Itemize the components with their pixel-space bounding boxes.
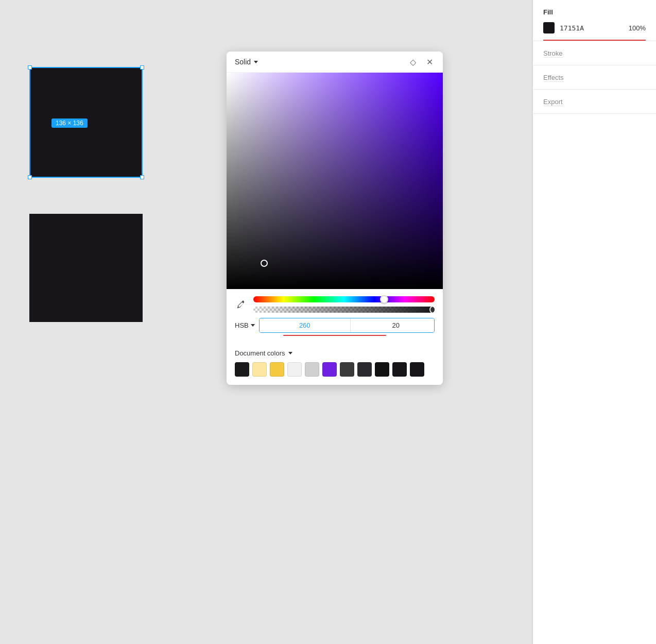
hsb-underline-indicator (283, 335, 386, 336)
swatch-light-yellow[interactable] (252, 362, 267, 377)
document-colors-section: Document colors (227, 343, 443, 385)
fill-opacity-value: 100% (629, 24, 646, 32)
alpha-thumb (429, 307, 435, 313)
color-space-label: HSB (235, 321, 249, 329)
swatch-dark-gray[interactable] (340, 362, 354, 377)
alpha-overlay (253, 307, 435, 313)
right-panel: Fill 17151A 100% Stroke Effects Export (532, 0, 656, 644)
swatch-purple[interactable] (322, 362, 337, 377)
color-cursor (261, 260, 268, 267)
document-colors-header[interactable]: Document colors (235, 349, 435, 357)
chevron-down-icon (254, 61, 258, 63)
hsb-inputs-group: 260 20 10 100% (259, 318, 435, 333)
color-mode-label: Solid (235, 58, 251, 66)
color-space-dropdown[interactable]: HSB (235, 321, 255, 329)
swatch-second-row-1[interactable] (410, 362, 424, 377)
resize-handle-bl[interactable] (28, 175, 32, 179)
stroke-label: Stroke (543, 49, 563, 58)
hue-slider[interactable] (253, 296, 435, 302)
sliders-column (253, 296, 435, 313)
fill-color-preview (543, 22, 555, 33)
resize-handle-tl[interactable] (28, 65, 32, 70)
swatch-light-gray[interactable] (287, 362, 302, 377)
saturation-brightness-area[interactable] (227, 73, 443, 289)
swatch-yellow[interactable] (270, 362, 284, 377)
hue-thumb (380, 295, 388, 303)
hsb-row: HSB 260 20 10 100% (235, 318, 435, 333)
hue-input[interactable]: 260 (260, 318, 351, 332)
fill-section: Fill 17151A 100% (533, 0, 656, 41)
swatch-dark-purple-black[interactable] (392, 362, 407, 377)
swatch-near-black[interactable] (375, 362, 389, 377)
color-mode-dropdown[interactable]: Solid (235, 58, 258, 66)
alpha-slider[interactable] (253, 307, 435, 313)
color-picker-popup: Solid ◇ ✕ (227, 52, 443, 385)
eyedropper-button[interactable] (235, 298, 247, 311)
picker-icons: ◇ ✕ (408, 57, 435, 67)
document-colors-chevron (288, 352, 292, 354)
shape-unselected[interactable] (29, 214, 143, 322)
fill-active-underline (543, 40, 646, 41)
sliders-row (235, 296, 435, 313)
resize-handle-br[interactable] (140, 175, 144, 179)
picker-header: Solid ◇ ✕ (227, 52, 443, 73)
fill-hex-value: 17151A (560, 24, 624, 32)
opacity-icon[interactable]: ◇ (408, 57, 418, 67)
fill-section-title: Fill (543, 8, 646, 16)
swatch-gray[interactable] (305, 362, 319, 377)
shape-size-label: 136 × 136 (51, 118, 88, 128)
saturation-input[interactable]: 20 (351, 318, 435, 332)
export-section: Export (533, 90, 656, 114)
export-label: Export (543, 98, 563, 106)
fill-row[interactable]: 17151A 100% (543, 22, 646, 40)
resize-handle-tr[interactable] (140, 65, 144, 70)
close-icon[interactable]: ✕ (424, 57, 435, 67)
stroke-section: Stroke (533, 41, 656, 65)
swatch-black[interactable] (235, 362, 249, 377)
color-swatches (235, 362, 435, 377)
controls-area: HSB 260 20 10 100% (227, 289, 443, 343)
swatch-dark-blue-gray[interactable] (357, 362, 372, 377)
effects-section: Effects (533, 65, 656, 90)
canvas: 136 × 136 Solid ◇ ✕ (0, 0, 448, 644)
color-space-chevron (251, 324, 255, 327)
document-colors-label: Document colors (235, 349, 285, 357)
effects-label: Effects (543, 74, 564, 82)
